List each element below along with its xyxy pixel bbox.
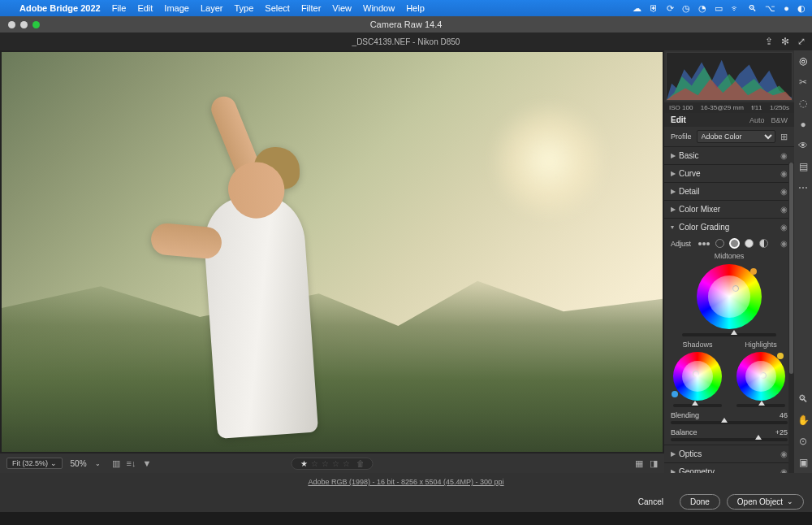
star-1-icon[interactable]: ★ [300, 459, 308, 468]
highlights-mode-icon[interactable] [745, 239, 754, 248]
star-4-icon[interactable]: ☆ [332, 459, 339, 468]
done-button[interactable]: Done [680, 494, 720, 510]
edit-tool-icon[interactable]: ◎ [799, 55, 807, 67]
fullscreen-icon[interactable]: ⤢ [797, 36, 806, 47]
shadows-wheel[interactable] [673, 352, 722, 401]
menu-image[interactable]: Image [164, 3, 189, 13]
eye-icon[interactable]: ◉ [780, 467, 788, 473]
sort-icon[interactable]: ≡↓ [127, 458, 136, 469]
window-close-button[interactable] [8, 21, 15, 28]
section-optics[interactable]: ▶Optics◉ [664, 445, 794, 462]
three-way-icon[interactable] [698, 242, 710, 245]
shadows-lum-slider[interactable] [673, 404, 722, 407]
menu-type[interactable]: Type [234, 3, 253, 13]
star-3-icon[interactable]: ☆ [322, 459, 329, 468]
presets-icon[interactable]: ▤ [799, 161, 808, 172]
photo-canvas[interactable] [2, 52, 663, 452]
status-sync-icon[interactable]: ⟳ [667, 3, 674, 14]
section-basic[interactable]: ▶Basic◉ [664, 147, 794, 164]
status-wifi-icon[interactable]: ᯤ [731, 3, 740, 13]
grid-view-icon[interactable]: ▦ [635, 458, 643, 469]
status-cloud-icon[interactable]: ☁︎ [633, 3, 641, 14]
menu-select[interactable]: Select [265, 3, 290, 13]
status-control-icon[interactable]: ⌥ [765, 3, 775, 14]
status-siri-icon[interactable]: ◐ [797, 3, 806, 14]
star-2-icon[interactable]: ☆ [311, 459, 318, 468]
bw-button[interactable]: B&W [771, 116, 788, 124]
status-shield-icon[interactable]: ⛨ [650, 3, 659, 13]
eye-icon[interactable]: ◉ [780, 151, 788, 160]
status-clock-icon[interactable]: ◷ [682, 3, 690, 14]
chevron-right-icon: ▶ [671, 188, 679, 195]
profile-browse-icon[interactable]: ⊞ [780, 132, 788, 142]
filmstrip-icon[interactable]: ▥ [112, 458, 120, 469]
midtones-lum-slider[interactable] [682, 333, 775, 336]
zoom-preset[interactable]: 50% [71, 459, 87, 468]
adjust-label: Adjust [671, 240, 691, 248]
balance-slider[interactable] [671, 438, 788, 441]
chevron-down-icon: ▾ [671, 223, 679, 231]
crop-tool-icon[interactable]: ✂ [799, 76, 807, 88]
cancel-button[interactable]: Cancel [628, 495, 673, 509]
menu-layer[interactable]: Layer [201, 3, 223, 13]
profile-select[interactable]: Adobe Color [697, 130, 775, 143]
compare-view-icon[interactable]: ◨ [650, 458, 658, 469]
balance-value[interactable]: +25 [775, 428, 788, 436]
menu-edit[interactable]: Edit [137, 3, 153, 13]
hand-tool-icon[interactable]: ✋ [797, 414, 810, 426]
section-geometry[interactable]: ▶Geometry◉ [664, 463, 794, 473]
mask-tool-icon[interactable]: ● [800, 119, 806, 130]
rating-bar[interactable]: ★ ☆ ☆ ☆ ☆ 🗑 [292, 458, 374, 470]
blending-slider[interactable] [671, 421, 788, 424]
export-icon[interactable]: ⇪ [765, 36, 773, 47]
midtones-wheel[interactable] [697, 264, 762, 329]
eye-icon[interactable]: ◉ [780, 169, 788, 178]
eye-icon[interactable]: ◉ [780, 239, 788, 248]
more-icon[interactable]: ⋯ [798, 182, 808, 193]
workflow-options-link[interactable]: Adobe RGB (1998) - 16 bit - 8256 x 5504 … [308, 478, 503, 486]
status-misc-icon[interactable]: ● [784, 3, 789, 13]
settings-gear-icon[interactable]: ✻ [781, 36, 789, 47]
section-color-grading[interactable]: ▾Color Grading◉ [664, 219, 794, 236]
shadows-mode-icon[interactable] [715, 239, 724, 248]
section-curve[interactable]: ▶Curve◉ [664, 165, 794, 182]
window-min-button[interactable] [20, 21, 28, 28]
section-color-mixer[interactable]: ▶Color Mixer◉ [664, 201, 794, 218]
global-mode-icon[interactable] [759, 239, 768, 248]
zoom-preset-chevron-icon[interactable]: ⌄ [95, 460, 101, 467]
auto-button[interactable]: Auto [749, 116, 765, 124]
eye-icon[interactable]: ◉ [780, 205, 788, 214]
redeye-tool-icon[interactable]: 👁 [798, 140, 808, 151]
toggle-tool-icon[interactable]: ▣ [799, 457, 808, 468]
heal-tool-icon[interactable]: ◌ [799, 98, 807, 109]
menu-help[interactable]: Help [406, 3, 425, 13]
blending-value[interactable]: 46 [780, 411, 788, 419]
histogram[interactable] [666, 52, 793, 101]
menu-window[interactable]: Window [363, 3, 395, 13]
section-detail[interactable]: ▶Detail◉ [664, 183, 794, 200]
reject-icon[interactable]: 🗑 [356, 459, 365, 468]
eye-icon[interactable]: ◉ [780, 223, 788, 232]
eye-icon[interactable]: ◉ [780, 187, 788, 196]
menu-file[interactable]: File [112, 3, 127, 13]
filter-icon[interactable]: ▼ [142, 458, 151, 469]
open-object-button[interactable]: Open Object [727, 494, 804, 510]
status-clock2-icon[interactable]: ◔ [698, 3, 706, 14]
sampler-tool-icon[interactable]: ⊙ [799, 436, 807, 447]
menu-view[interactable]: View [332, 3, 352, 13]
eye-icon[interactable]: ◉ [780, 449, 788, 458]
document-subtitle-bar: _DSC4139.NEF - Nikon D850 ⇪ ✻ ⤢ [0, 33, 812, 50]
star-5-icon[interactable]: ☆ [343, 459, 350, 468]
menu-filter[interactable]: Filter [301, 3, 321, 13]
panel-scrollbar[interactable] [788, 163, 794, 473]
highlights-lum-slider[interactable] [736, 404, 785, 407]
chevron-right-icon: ▶ [671, 450, 679, 458]
app-name[interactable]: Adobe Bridge 2022 [19, 3, 101, 13]
highlights-wheel[interactable] [736, 352, 785, 401]
zoom-tool-icon[interactable]: 🔍︎ [798, 393, 808, 405]
window-max-button[interactable] [32, 21, 40, 28]
status-search-icon[interactable]: 🔍︎ [748, 3, 757, 13]
status-battery-icon[interactable]: ▭ [715, 3, 723, 14]
zoom-fit-dropdown[interactable]: Fit (32.5%) ⌄ [6, 458, 63, 469]
midtones-mode-icon[interactable] [730, 239, 739, 248]
